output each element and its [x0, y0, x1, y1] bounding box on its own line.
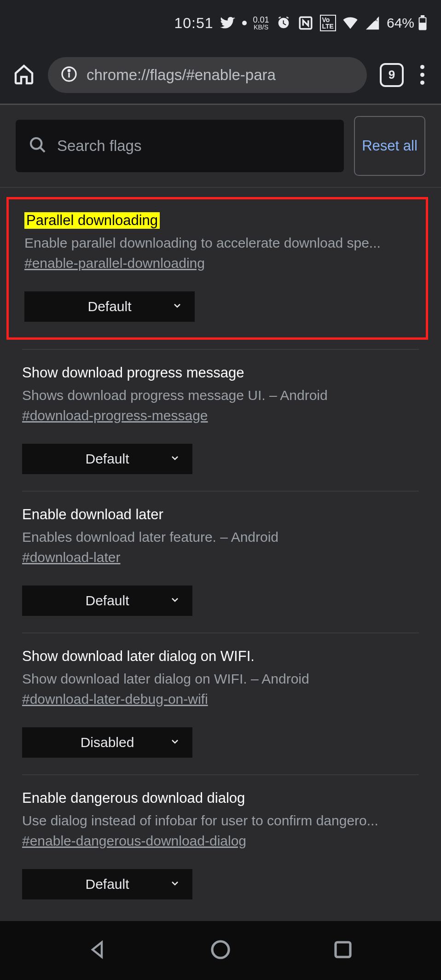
flag-select[interactable]: Default — [22, 869, 192, 899]
flag-description: Enables download later feature. – Androi… — [22, 529, 419, 545]
flag-hash-link[interactable]: #download-later-debug-on-wifi — [22, 691, 419, 707]
signal-icon: x — [365, 15, 380, 31]
svg-point-8 — [31, 138, 41, 149]
flag-description: Enable parallel downloading to accelerat… — [24, 235, 410, 251]
svg-marker-10 — [93, 942, 102, 957]
svg-point-11 — [212, 941, 229, 958]
reset-all-button[interactable]: Reset all — [354, 116, 425, 176]
chevron-down-icon — [172, 299, 183, 314]
flag-select-value: Disabled — [81, 735, 134, 750]
flag-download-later: Enable download later Enables download l… — [0, 492, 441, 632]
page-content: Search flags Reset all Parallel download… — [0, 105, 441, 920]
flag-hash-link[interactable]: #download-progress-message — [22, 408, 419, 423]
system-nav-bar — [0, 920, 441, 980]
chevron-down-icon — [169, 876, 180, 892]
battery-indicator: 64% — [387, 15, 427, 31]
search-icon — [29, 136, 47, 156]
browser-toolbar: chrome://flags/#enable-para 9 — [0, 46, 441, 104]
dot-icon — [242, 21, 247, 25]
flag-select[interactable]: Default — [22, 444, 192, 474]
home-icon[interactable] — [13, 63, 35, 87]
flag-description: Show download later dialog on WIFI. – An… — [22, 671, 419, 687]
network-rate: 0.01 KB/S — [253, 16, 269, 30]
flag-hash-link[interactable]: #download-later — [22, 550, 419, 565]
flag-hash-link[interactable]: #enable-parallel-downloading — [24, 255, 410, 271]
flag-title: Show download progress message — [22, 365, 244, 381]
home-button[interactable] — [209, 939, 232, 963]
search-row: Search flags Reset all — [0, 105, 441, 187]
flag-parallel-downloading: Parallel downloading Enable parallel dow… — [6, 197, 428, 340]
flag-download-later-debug-on-wifi: Show download later dialog on WIFI. Show… — [0, 633, 441, 774]
flag-description: Shows download progress message UI. – An… — [22, 388, 419, 403]
flag-download-progress-message: Show download progress message Shows dow… — [0, 350, 441, 491]
chevron-down-icon — [169, 593, 180, 609]
flag-description: Use dialog instead of infobar for user t… — [22, 813, 419, 829]
svg-text:x: x — [374, 15, 377, 23]
svg-line-9 — [40, 147, 45, 152]
flag-title: Enable dangerous download dialog — [22, 790, 245, 806]
tab-count: 9 — [389, 68, 395, 82]
info-icon — [61, 66, 77, 84]
alarm-icon — [276, 15, 291, 31]
menu-icon[interactable] — [417, 65, 428, 85]
twitter-icon — [220, 15, 236, 31]
back-button[interactable] — [87, 939, 109, 963]
flag-select[interactable]: Default — [22, 586, 192, 616]
nfc-icon — [298, 15, 313, 31]
tabs-button[interactable]: 9 — [380, 63, 404, 87]
svg-rect-12 — [336, 942, 350, 957]
volte-icon: VoLTE — [320, 15, 336, 31]
chevron-down-icon — [169, 735, 180, 750]
flag-enable-dangerous-download-dialog: Enable dangerous download dialog Use dia… — [0, 775, 441, 916]
flag-hash-link[interactable]: #enable-dangerous-download-dialog — [22, 833, 419, 849]
status-bar: 10:51 0.01 KB/S VoLTE x 64% — [0, 0, 441, 46]
reset-all-label: Reset all — [362, 136, 418, 156]
flag-title: Enable download later — [22, 506, 163, 523]
flag-title: Parallel downloading — [24, 212, 160, 229]
flag-title: Show download later dialog on WIFI. — [22, 648, 255, 665]
address-bar[interactable]: chrome://flags/#enable-para — [48, 57, 367, 93]
flag-select-value: Default — [85, 593, 129, 609]
svg-rect-3 — [421, 15, 425, 17]
flag-select-value: Default — [85, 876, 129, 892]
chevron-down-icon — [169, 451, 180, 467]
status-time: 10:51 — [174, 15, 213, 32]
wifi-icon — [342, 15, 358, 31]
recents-button[interactable] — [332, 939, 354, 963]
url-text: chrome://flags/#enable-para — [87, 66, 276, 84]
flag-select-value: Default — [87, 299, 131, 314]
flag-select-value: Default — [85, 451, 129, 467]
search-placeholder: Search flags — [57, 137, 141, 155]
flag-select[interactable]: Default — [24, 291, 195, 322]
search-input[interactable]: Search flags — [16, 120, 344, 172]
svg-point-7 — [68, 70, 70, 71]
divider — [0, 187, 441, 188]
svg-rect-4 — [420, 18, 426, 23]
flag-select[interactable]: Disabled — [22, 727, 192, 758]
